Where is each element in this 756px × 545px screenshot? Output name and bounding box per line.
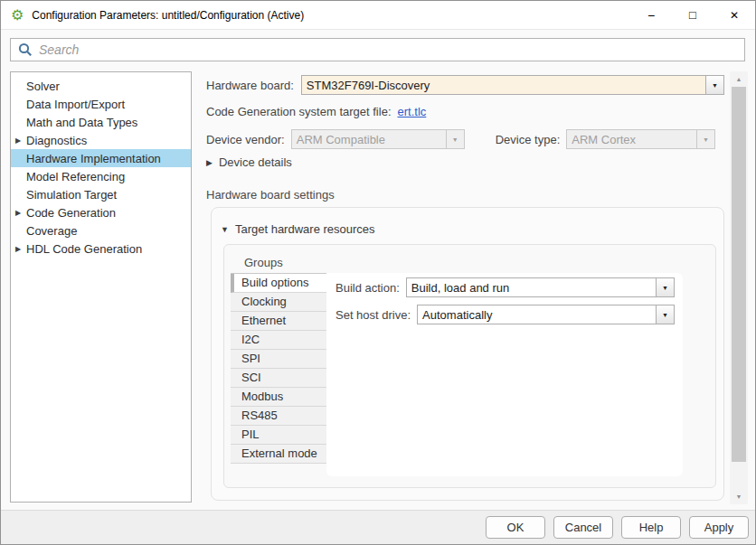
system-target-file-link[interactable]: ert.tlc — [398, 105, 427, 118]
scroll-up-button[interactable]: ▲ — [730, 76, 748, 82]
search-input[interactable] — [33, 39, 744, 61]
sidebar-item-math-and-data-types[interactable]: Math and Data Types — [11, 113, 191, 131]
set-host-drive-row: Set host drive: Automatically ▼ — [335, 305, 675, 324]
hardware-board-settings-heading: Hardware board settings — [206, 188, 335, 202]
sidebar-item-label: Solver — [26, 80, 60, 93]
apply-button[interactable]: Apply — [689, 516, 749, 539]
hardware-board-label: Hardware board: — [206, 79, 294, 92]
sidebar-item-label: Data Import/Export — [26, 98, 125, 111]
window-controls: − □ ✕ — [630, 1, 755, 29]
hardware-implementation-pane: Hardware board: STM32F769I-Discovery ▼ C… — [204, 71, 726, 504]
tab-modbus[interactable]: Modbus — [231, 388, 326, 407]
cancel-button[interactable]: Cancel — [553, 516, 613, 539]
device-row: Device vendor: ARM Compatible ▼ Device t… — [206, 129, 715, 149]
tab-external-mode[interactable]: External mode — [231, 445, 326, 464]
tab-sci[interactable]: SCI — [231, 369, 326, 388]
hardware-board-settings-group: ▼ Target hardware resources Groups Build… — [211, 207, 724, 501]
build-action-value: Build, load and run — [411, 281, 509, 295]
tab-pil[interactable]: PIL — [231, 426, 326, 445]
maximize-button[interactable]: □ — [672, 1, 713, 29]
close-icon: ✕ — [730, 9, 739, 22]
groups-heading: Groups — [244, 256, 283, 269]
set-host-drive-label: Set host drive: — [335, 308, 411, 322]
device-details-expander[interactable]: ▶ Device details — [206, 155, 292, 169]
tab-rs485[interactable]: RS485 — [231, 407, 326, 426]
device-type-select[interactable]: ARM Cortex — [566, 129, 697, 149]
window-title: Configuration Parameters: untitled/Confi… — [32, 9, 304, 22]
collapse-arrow-icon: ▼ — [221, 225, 229, 234]
scroll-down-button[interactable]: ▼ — [730, 493, 748, 500]
sidebar-item-data-import-export[interactable]: Data Import/Export — [11, 95, 191, 113]
expand-arrow-icon[interactable]: ▶ — [15, 245, 26, 253]
device-details-label: Device details — [219, 155, 292, 169]
sidebar-item-simulation-target[interactable]: Simulation Target — [11, 185, 191, 203]
ok-button[interactable]: OK — [486, 516, 545, 539]
chevron-down-icon: ▼ — [452, 136, 458, 143]
device-type-dropdown-button[interactable]: ▼ — [696, 129, 715, 149]
build-action-select[interactable]: Build, load and run — [406, 277, 657, 297]
build-options-pane: Build action: Build, load and run ▼ Set … — [326, 273, 683, 476]
set-host-drive-value: Automatically — [422, 308, 492, 322]
simulink-settings-icon: ⚙ — [11, 8, 24, 23]
tab-clocking[interactable]: Clocking — [231, 293, 326, 312]
device-vendor-select[interactable]: ARM Compatible — [291, 129, 447, 149]
chevron-down-icon: ▼ — [712, 82, 718, 89]
sidebar-item-label: Math and Data Types — [26, 116, 137, 129]
scroll-down-icon: ▼ — [736, 493, 742, 500]
tab-spi[interactable]: SPI — [231, 350, 326, 369]
set-host-drive-select[interactable]: Automatically — [417, 305, 657, 324]
sidebar-item-label: Hardware Implementation — [26, 152, 161, 165]
expand-arrow-icon[interactable]: ▶ — [15, 136, 26, 145]
sidebar-item-coverage[interactable]: Coverage — [11, 221, 191, 240]
search-icon — [18, 42, 33, 57]
build-action-dropdown-button[interactable]: ▼ — [656, 277, 675, 297]
vertical-scrollbar[interactable]: ▲ ▼ — [730, 71, 748, 504]
sidebar-item-hdl-code-generation[interactable]: ▶ HDL Code Generation — [11, 240, 191, 258]
dialog-button-bar: OK Cancel Help Apply — [1, 510, 755, 544]
sidebar-item-model-referencing[interactable]: Model Referencing — [11, 167, 191, 185]
sidebar-item-label: HDL Code Generation — [26, 242, 142, 256]
hardware-board-select[interactable]: STM32F769I-Discovery — [301, 75, 706, 95]
scrollbar-thumb[interactable] — [732, 87, 746, 462]
groups-tab-list: Build options Clocking Ethernet I2C SPI … — [231, 273, 326, 464]
set-host-drive-dropdown-button[interactable]: ▼ — [656, 305, 675, 324]
system-target-file-row: Code Generation system target file: ert.… — [206, 105, 426, 118]
configuration-parameters-dialog: ⚙ Configuration Parameters: untitled/Con… — [0, 0, 756, 545]
tab-i2c[interactable]: I2C — [231, 331, 326, 350]
help-button[interactable]: Help — [621, 516, 681, 539]
sidebar-item-label: Code Generation — [26, 206, 116, 220]
device-type-value: ARM Cortex — [572, 133, 636, 146]
search-box[interactable] — [10, 38, 745, 61]
tab-build-options[interactable]: Build options — [231, 274, 326, 293]
sidebar-item-hardware-implementation[interactable]: Hardware Implementation — [11, 149, 191, 167]
expand-arrow-icon: ▶ — [206, 158, 213, 167]
sidebar-item-label: Model Referencing — [26, 170, 125, 183]
scroll-up-icon: ▲ — [736, 76, 742, 82]
tab-ethernet[interactable]: Ethernet — [231, 312, 326, 331]
maximize-icon: □ — [689, 8, 696, 22]
chevron-down-icon: ▼ — [662, 285, 668, 291]
hardware-board-value: STM32F769I-Discovery — [307, 79, 430, 92]
device-vendor-dropdown-button[interactable]: ▼ — [446, 129, 465, 149]
device-type-label: Device type: — [496, 133, 561, 146]
close-button[interactable]: ✕ — [713, 1, 755, 29]
minimize-button[interactable]: − — [630, 1, 672, 29]
device-vendor-label: Device vendor: — [206, 133, 285, 146]
sidebar-item-code-generation[interactable]: ▶ Code Generation — [11, 203, 191, 221]
sidebar-item-solver[interactable]: Solver — [11, 77, 191, 95]
system-target-file-label: Code Generation system target file: — [206, 105, 392, 118]
target-hardware-resources-expander[interactable]: ▼ Target hardware resources — [221, 222, 375, 236]
build-action-row: Build action: Build, load and run ▼ — [335, 277, 675, 297]
sidebar-item-label: Simulation Target — [26, 188, 117, 202]
sidebar-item-label: Coverage — [26, 224, 77, 238]
expand-arrow-icon[interactable]: ▶ — [15, 209, 26, 217]
sidebar-item-label: Diagnostics — [26, 134, 87, 147]
title-bar: ⚙ Configuration Parameters: untitled/Con… — [1, 1, 755, 30]
chevron-down-icon: ▼ — [703, 136, 709, 143]
target-hardware-resources-group: Groups Build options Clocking Ethernet I… — [223, 244, 716, 488]
chevron-down-icon: ▼ — [662, 312, 668, 318]
device-vendor-value: ARM Compatible — [297, 133, 385, 146]
build-action-label: Build action: — [335, 281, 400, 295]
hardware-board-dropdown-button[interactable]: ▼ — [705, 75, 724, 95]
sidebar-item-diagnostics[interactable]: ▶ Diagnostics — [11, 131, 191, 149]
